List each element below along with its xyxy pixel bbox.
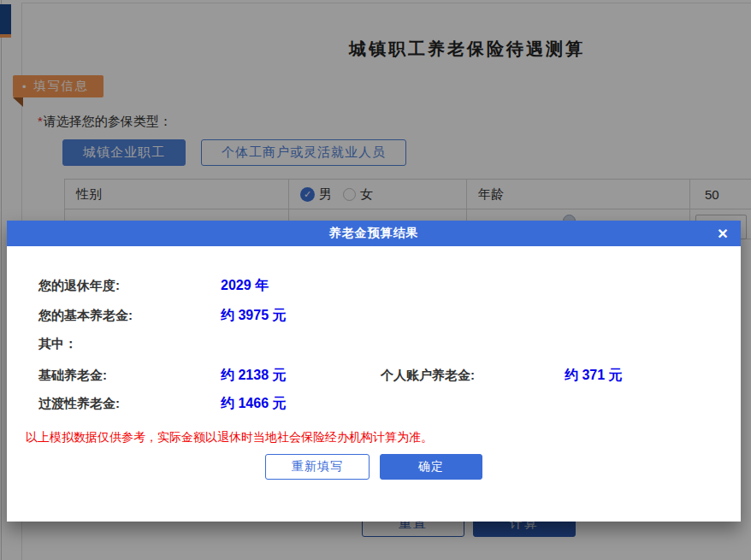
base-pension-value: 约 2138 元 bbox=[221, 367, 286, 385]
transitional-pension-label: 过渡性养老金: bbox=[38, 396, 120, 412]
basic-pension-label: 您的基本养老金: bbox=[38, 308, 133, 324]
personal-account-pension-value: 约 371 元 bbox=[565, 367, 623, 385]
disclaimer-text: 以上模拟数据仅供参考，实际金额以退休时当地社会保险经办机构计算为准。 bbox=[26, 430, 433, 445]
breakdown-label: 其中： bbox=[38, 336, 77, 352]
basic-pension-value: 约 3975 元 bbox=[221, 307, 286, 325]
confirm-button[interactable]: 确定 bbox=[380, 454, 482, 480]
modal-header: 养老金预算结果 ✕ bbox=[7, 221, 741, 246]
base-pension-label: 基础养老金: bbox=[38, 368, 107, 384]
pension-result-modal: 养老金预算结果 ✕ 您的退休年度: 2029 年 您的基本养老金: 约 3975… bbox=[7, 221, 741, 522]
retirement-year-label: 您的退休年度: bbox=[38, 278, 120, 294]
modal-close-button[interactable]: ✕ bbox=[710, 221, 736, 246]
close-icon: ✕ bbox=[717, 226, 728, 242]
transitional-pension-value: 约 1466 元 bbox=[221, 395, 286, 413]
personal-account-pension-label: 个人账户养老金: bbox=[381, 368, 475, 384]
refill-button[interactable]: 重新填写 bbox=[265, 454, 370, 480]
modal-title: 养老金预算结果 bbox=[329, 226, 419, 241]
retirement-year-value: 2029 年 bbox=[221, 277, 269, 295]
